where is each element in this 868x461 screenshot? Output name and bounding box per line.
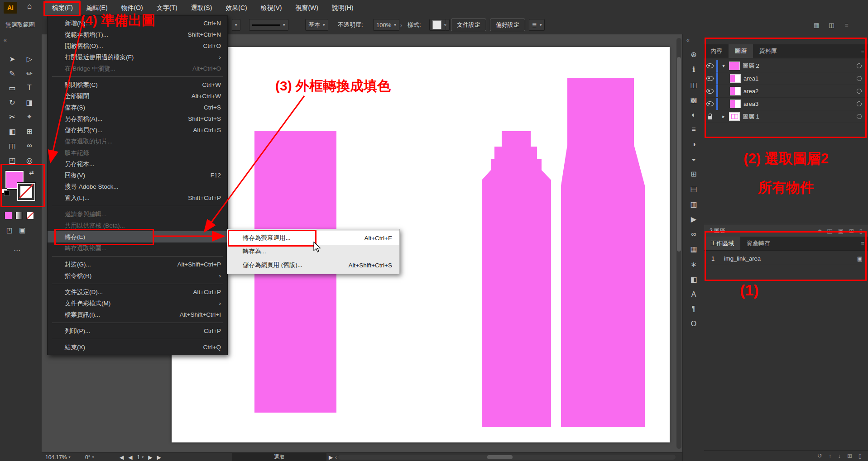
file-menu-item-1[interactable]: 新增(N)...Ctrl+N — [48, 18, 227, 29]
swatches-icon[interactable]: ▩ — [690, 95, 697, 104]
home-icon[interactable]: ⌂ — [27, 2, 32, 11]
type-tool-icon[interactable]: T — [21, 81, 38, 95]
arrange-documents-icon[interactable]: ▦ — [814, 15, 819, 34]
artboard-row[interactable]: 1 img_link_area ▣ — [704, 252, 868, 265]
clipping-mask-icon[interactable]: ◳ — [827, 228, 832, 234]
direct-selection-tool-icon[interactable]: ▷ — [21, 52, 38, 66]
opacity-value-dropdown[interactable]: 100%▾ — [373, 19, 399, 31]
panel-tab-工作區域[interactable]: 工作區域 — [704, 237, 740, 250]
magenta-bottle-large[interactable] — [561, 78, 645, 427]
file-menu-item-9[interactable]: 另存新檔(A)...Shift+Ctrl+S — [48, 113, 227, 124]
locate-object-icon[interactable]: ⌖ — [818, 227, 821, 234]
layer-expand-icon[interactable]: ▸ — [721, 114, 726, 119]
file-menu-item-13[interactable]: 另存範本... — [48, 158, 227, 170]
opentype-icon[interactable]: O — [691, 320, 696, 328]
new-layer-icon[interactable]: ⊞ — [849, 228, 854, 234]
document-setup-button[interactable]: 文件設定 — [451, 19, 486, 31]
lock-icon[interactable] — [704, 110, 716, 123]
menubar-item-9[interactable]: 說明(H) — [325, 0, 360, 15]
rectangle-tool-icon[interactable]: ▭ — [4, 81, 21, 95]
panel-tab-資料庫[interactable]: 資料庫 — [753, 44, 783, 58]
file-menu-item-19[interactable]: 轉存(E)› — [48, 231, 227, 242]
menubar-item-1[interactable]: 檔案(F) — [45, 0, 80, 15]
layer-name[interactable]: area2 — [743, 88, 758, 95]
delete-layer-icon[interactable]: ▯ — [859, 228, 863, 234]
panel-tab-內容[interactable]: 內容 — [704, 44, 729, 58]
mask-icon[interactable]: ▦ — [690, 245, 697, 253]
file-menu-item-22[interactable]: 指令檔(R)› — [48, 270, 227, 281]
align-dropdown[interactable]: ≣▾ — [529, 19, 545, 31]
draw-normal-icon[interactable]: ◳ — [6, 226, 13, 234]
delete-artboard-icon[interactable]: ▯ — [858, 452, 862, 459]
file-menu-item-2[interactable]: 從範本新增(T)...Shift+Ctrl+N — [48, 29, 227, 40]
visibility-eye-icon[interactable] — [704, 60, 716, 72]
export-submenu-item-1[interactable]: 轉存為螢幕適用...Alt+Ctrl+E — [227, 231, 399, 245]
menubar-item-7[interactable]: 檢視(V) — [254, 0, 289, 15]
paragraph-icon[interactable]: ¶ — [692, 305, 696, 313]
layer-target-icon[interactable] — [857, 114, 862, 119]
style-dropdown[interactable]: ▾ — [429, 19, 450, 31]
dock-collapse-icon[interactable]: « — [686, 37, 690, 43]
export-submenu-item-3[interactable]: 儲存為網頁用 (舊版)...Alt+Shift+Ctrl+S — [227, 258, 399, 272]
zoom-tool-icon[interactable]: ◎ — [21, 153, 38, 167]
info-icon[interactable]: ℹ — [692, 65, 695, 74]
rotation-dropdown[interactable]: 0°▾ — [85, 453, 94, 461]
file-menu-item-3[interactable]: 開啟舊檔(O)...Ctrl+O — [48, 40, 227, 52]
artboard-name[interactable]: img_link_area — [724, 255, 857, 262]
new-artboard-icon[interactable]: ⊞ — [847, 452, 852, 459]
file-menu-item-24[interactable]: 文件色彩模式(M)› — [48, 298, 227, 309]
file-menu-item-23[interactable]: 文件設定(D)...Alt+Ctrl+P — [48, 286, 227, 298]
layer-target-icon[interactable] — [857, 89, 862, 94]
menubar-item-4[interactable]: 文字(T) — [150, 0, 184, 15]
layer-target-icon[interactable] — [857, 63, 862, 68]
layer-row-2[interactable]: area1 — [704, 72, 868, 85]
slider-icon[interactable]: ◧ — [690, 275, 697, 284]
artboard-icon[interactable]: ▣ — [857, 255, 863, 262]
artboard-tool-icon[interactable]: ◫ — [4, 138, 21, 153]
zoom-dropdown[interactable]: 104.17%▾ — [45, 453, 70, 461]
columns-icon[interactable]: ▥ — [690, 200, 697, 209]
swap-fill-stroke-icon[interactable]: ⇄ — [29, 169, 34, 176]
next-artboard-icon[interactable]: ▶ — [148, 454, 152, 461]
opacity-expand-icon[interactable]: › — [400, 15, 402, 34]
file-menu-item-10[interactable]: 儲存拷貝(Y)...Alt+Ctrl+S — [48, 124, 227, 136]
artboard-number-dropdown[interactable]: 1▾ — [137, 454, 144, 461]
new-sublayer-icon[interactable]: ▣ — [838, 228, 844, 234]
control-menu-icon[interactable]: ≡ — [845, 15, 849, 34]
rearrange-artboards-icon[interactable]: ↺ — [817, 452, 822, 459]
layer-row-4[interactable]: area3 — [704, 98, 868, 110]
layer-name[interactable]: area3 — [743, 100, 758, 107]
file-menu-item-26[interactable]: 列印(P)...Ctrl+P — [48, 325, 227, 337]
gradient-button[interactable] — [15, 212, 23, 219]
blend-tool-icon[interactable]: ∞ — [21, 138, 38, 153]
file-menu-item-15[interactable]: 搜尋 Adobe Stock... — [48, 181, 227, 192]
stroke-color-swatch[interactable] — [17, 183, 35, 201]
character-icon[interactable]: A — [691, 290, 696, 299]
none-button[interactable] — [26, 212, 34, 219]
visibility-eye-icon[interactable] — [704, 98, 716, 110]
move-up-icon[interactable]: ↑ — [829, 452, 832, 459]
visibility-eye-icon[interactable] — [704, 85, 716, 97]
document-layout-icon[interactable]: ◫ — [829, 15, 834, 34]
crop-tool-icon[interactable]: ◰ — [4, 153, 21, 167]
color-button[interactable] — [5, 212, 12, 219]
layer-name[interactable]: 圖層 2 — [743, 62, 759, 70]
grid-icon[interactable]: ⊞ — [691, 170, 696, 178]
eyedropper-tool-icon[interactable]: ⌖ — [21, 109, 38, 124]
file-menu-item-8[interactable]: 儲存(S)Ctrl+S — [48, 102, 227, 113]
vertical-scrollbar-thumb[interactable] — [677, 57, 681, 252]
file-menu-item-7[interactable]: 全部關閉Alt+Ctrl+W — [48, 90, 227, 102]
menubar-item-8[interactable]: 視窗(W) — [288, 0, 325, 15]
layers-panel-menu-icon[interactable]: ≡ — [861, 48, 864, 54]
artboards-panel-menu-icon[interactable]: ≡ — [861, 240, 864, 247]
prev-artboard-icon[interactable]: ◀ — [128, 454, 132, 461]
stroke-icon[interactable]: ≡ — [691, 125, 695, 133]
layer-target-icon[interactable] — [857, 76, 862, 81]
vertical-scrollbar[interactable] — [676, 38, 681, 449]
toolbar-collapse-icon[interactable]: « — [4, 37, 7, 43]
export-submenu-item-2[interactable]: 轉存為... — [227, 245, 399, 258]
links-icon[interactable]: ∞ — [691, 230, 696, 238]
magenta-bottle-small[interactable] — [482, 131, 551, 427]
gradient-tool-icon[interactable]: ◧ — [4, 124, 21, 138]
layer-row-5[interactable]: ▸圖層 1 — [704, 110, 868, 123]
